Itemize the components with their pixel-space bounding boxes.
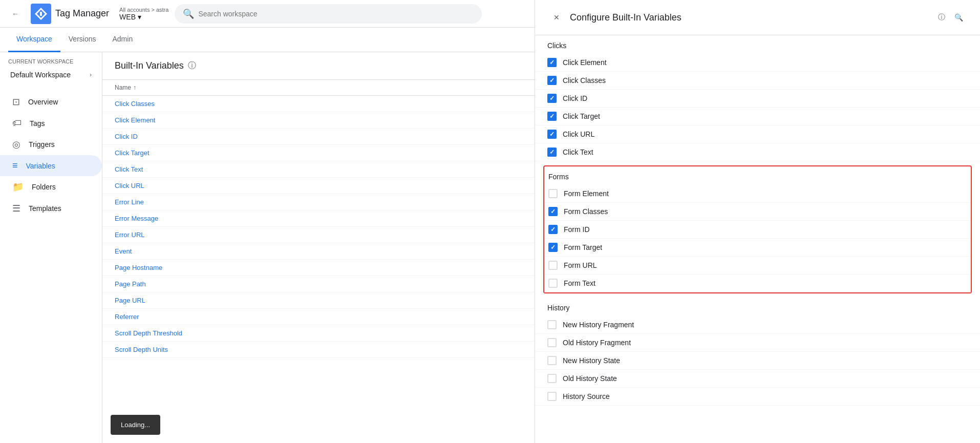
folders-icon: 📁 — [12, 181, 24, 193]
svg-rect-3 — [40, 12, 42, 16]
checkbox-form-classes[interactable] — [548, 207, 558, 216]
tab-versions[interactable]: Versions — [60, 28, 104, 52]
variable-label: History Source — [563, 392, 610, 400]
sidebar-nav: ⊡ Overview 🏷 Tags ◎ Triggers ≡ Variables… — [0, 87, 102, 443]
logo: Tag Manager — [31, 4, 109, 24]
section-header-forms: Forms — [544, 166, 971, 185]
checkbox-new-history-state[interactable] — [547, 356, 557, 365]
sidebar-item-label-overview: Overview — [28, 98, 58, 106]
sidebar-item-tags[interactable]: 🏷 Tags — [0, 113, 102, 134]
checkbox-new-history-fragment[interactable] — [547, 320, 557, 329]
overview-icon: ⊡ — [12, 96, 20, 108]
checkbox-click-target[interactable] — [547, 112, 557, 121]
variable-row-old-history-fragment: Old History Fragment — [535, 334, 980, 352]
sidebar-item-label-tags: Tags — [30, 119, 45, 128]
built-in-vars-info-icon[interactable]: ⓘ — [188, 60, 196, 71]
tags-icon: 🏷 — [12, 118, 22, 129]
variable-row-form-text: Form Text — [544, 275, 971, 292]
loading-toast: Loading... — [111, 415, 160, 435]
variable-row-click-classes: Click Classes — [535, 72, 980, 90]
sidebar-item-label-variables: Variables — [26, 162, 55, 170]
tab-admin[interactable]: Admin — [104, 28, 141, 52]
variable-row-click-id: Click ID — [535, 90, 980, 108]
back-button[interactable]: ← — [6, 5, 25, 23]
variable-label: Click ID — [563, 94, 587, 102]
checkbox-old-history-fragment[interactable] — [547, 338, 557, 347]
variable-row-click-target: Click Target — [535, 108, 980, 125]
checkbox-form-id[interactable] — [548, 225, 558, 234]
back-icon: ← — [12, 10, 19, 18]
variable-label: Form Element — [564, 189, 609, 198]
variable-row-click-element: Click Element — [535, 54, 980, 72]
sidebar-item-folders[interactable]: 📁 Folders — [0, 176, 102, 198]
variable-row-new-history-state: New History State — [535, 352, 980, 370]
variable-label: Old History Fragment — [563, 339, 631, 347]
sidebar-item-label-triggers: Triggers — [29, 140, 55, 149]
content-title: Built-In Variables — [115, 60, 184, 71]
sidebar-item-label-templates: Templates — [29, 204, 61, 213]
panel-search-button[interactable]: 🔍 — [949, 8, 968, 27]
workspace-section: CURRENT WORKSPACE Default Workspace › — [0, 52, 102, 87]
variable-label: Click Element — [563, 58, 607, 67]
workspace-selector[interactable]: Default Workspace › — [4, 67, 98, 83]
checkbox-history-source[interactable] — [547, 392, 557, 401]
triggers-icon: ◎ — [12, 139, 20, 150]
sidebar-item-templates[interactable]: ☰ Templates — [0, 198, 102, 219]
variable-label: Form URL — [564, 261, 597, 269]
sidebar: CURRENT WORKSPACE Default Workspace › ⊡ … — [0, 52, 102, 443]
variable-row-form-url: Form URL — [544, 257, 971, 275]
sidebar-item-overview[interactable]: ⊡ Overview — [0, 91, 102, 113]
dropdown-icon: ▾ — [138, 13, 141, 21]
variable-label: Click Classes — [563, 76, 606, 85]
sidebar-item-triggers[interactable]: ◎ Triggers — [0, 134, 102, 155]
variable-label: Click Target — [563, 112, 600, 120]
search-icon: 🔍 — [183, 8, 194, 19]
checkbox-form-element[interactable] — [548, 189, 558, 198]
variable-row-old-history-state: Old History State — [535, 370, 980, 388]
variable-row-new-history-fragment: New History Fragment — [535, 316, 980, 334]
checkbox-form-url[interactable] — [548, 261, 558, 270]
checkbox-form-text[interactable] — [548, 279, 558, 288]
checkbox-form-target[interactable] — [548, 243, 558, 252]
variable-label: Form ID — [564, 225, 590, 234]
checkbox-click-id[interactable] — [547, 94, 557, 103]
gtm-logo-icon — [31, 4, 51, 24]
forms-section: Forms Form Element Form Classes Form ID … — [543, 165, 972, 293]
variable-label: Form Classes — [564, 207, 608, 216]
search-bar: 🔍 — [175, 4, 482, 24]
panel-header: ✕ Configure Built-In Variables ⓘ 🔍 — [535, 0, 980, 35]
checkbox-click-url[interactable] — [547, 130, 557, 139]
chevron-right-icon: › — [90, 71, 92, 78]
sidebar-item-variables[interactable]: ≡ Variables — [0, 155, 102, 176]
variable-row-form-id: Form ID — [544, 221, 971, 239]
variables-icon: ≡ — [12, 160, 18, 171]
variable-row-click-url: Click URL — [535, 125, 980, 143]
search-input[interactable] — [198, 10, 474, 18]
variable-label: Click URL — [563, 130, 594, 138]
checkbox-click-text[interactable] — [547, 147, 557, 157]
account-name: WEB — [119, 13, 136, 21]
variable-row-history-source: History Source — [535, 388, 980, 406]
templates-icon: ☰ — [12, 203, 20, 214]
variable-label: New History State — [563, 356, 620, 365]
checkbox-click-element[interactable] — [547, 58, 557, 67]
variable-row-form-classes: Form Classes — [544, 203, 971, 221]
variable-label: Click Text — [563, 148, 593, 156]
main-layout: CURRENT WORKSPACE Default Workspace › ⊡ … — [0, 52, 980, 443]
panel-info-icon[interactable]: ⓘ — [938, 13, 945, 22]
variable-row-form-target: Form Target — [544, 239, 971, 257]
close-icon: ✕ — [553, 13, 560, 22]
workspace-label: CURRENT WORKSPACE — [4, 58, 98, 67]
sidebar-item-label-folders: Folders — [32, 183, 56, 191]
panel-close-button[interactable]: ✕ — [547, 8, 566, 27]
checkbox-old-history-state[interactable] — [547, 374, 557, 383]
sort-icon: ↑ — [133, 84, 136, 91]
account-path: All accounts > astra — [119, 7, 168, 13]
panel-content: Clicks Click Element Click Classes Click… — [535, 35, 980, 443]
tab-workspace[interactable]: Workspace — [8, 28, 60, 52]
section-header-clicks: Clicks — [535, 35, 980, 54]
checkbox-click-classes[interactable] — [547, 76, 557, 85]
app-name: Tag Manager — [55, 8, 109, 19]
account-select[interactable]: WEB ▾ — [119, 13, 168, 21]
variable-row-form-element: Form Element — [544, 185, 971, 203]
